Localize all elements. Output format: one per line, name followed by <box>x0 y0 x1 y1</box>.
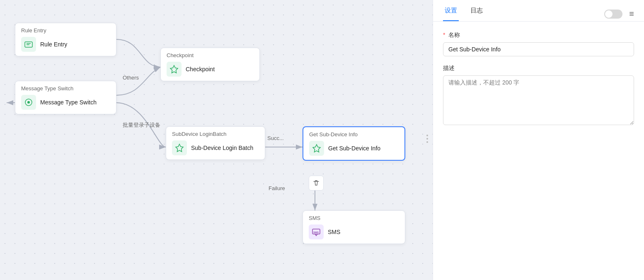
svg-point-10 <box>426 141 428 143</box>
tab-logs[interactable]: 日志 <box>469 7 484 21</box>
svg-point-5 <box>27 101 30 104</box>
panel-toggle[interactable] <box>604 10 622 19</box>
canvas-area[interactable]: Rule Entry Rule Entry Message Type Switc… <box>0 0 433 280</box>
node-checkpoint[interactable]: Checkpoint Checkpoint <box>160 48 260 81</box>
node-get-subdevice-info[interactable]: Get Sub-Device Info Get Sub-Device Info <box>303 126 405 161</box>
name-field-label: * 名称 <box>443 31 634 39</box>
node-rule-entry[interactable]: Rule Entry Rule Entry <box>15 23 116 56</box>
failure-label: Failure <box>269 185 285 191</box>
description-textarea[interactable] <box>443 75 634 125</box>
tab-settings[interactable]: 设置 <box>443 7 459 21</box>
msg-switch-icon <box>21 95 36 110</box>
svg-point-8 <box>426 135 428 136</box>
node-subdevice-title: SubDevice LoginBatch <box>172 131 259 137</box>
node-checkpoint-label: Checkpoint <box>186 66 215 72</box>
drag-handle <box>426 133 430 147</box>
svg-text:SMS: SMS <box>313 231 319 234</box>
name-required-star: * <box>443 31 445 38</box>
name-input[interactable] <box>443 42 634 56</box>
others-label: Others <box>123 75 139 81</box>
node-msg-switch-label: Message Type Switch <box>40 99 97 106</box>
subdevice-info-icon <box>309 141 324 156</box>
panel-body: * 名称 描述 <box>433 22 644 280</box>
description-field-label: 描述 <box>443 65 634 72</box>
batch-label: 批量登录子设备 <box>123 121 160 129</box>
node-sms-label: SMS <box>328 229 340 235</box>
node-get-subdevice-label: Get Sub-Device Info <box>328 145 380 152</box>
node-get-subdevice-title: Get Sub-Device Info <box>309 131 399 138</box>
node-checkpoint-title: Checkpoint <box>167 52 254 58</box>
node-msg-switch-title: Message Type Switch <box>21 85 110 92</box>
right-panel: 设置 日志 ≡ * 名称 描述 <box>433 0 644 280</box>
conn-rule-checkpoint <box>116 39 160 67</box>
node-sms[interactable]: SMS SMS SMS <box>303 210 405 244</box>
svg-point-9 <box>426 138 428 140</box>
succ-label: Succ... <box>267 135 284 141</box>
sms-icon: SMS <box>309 224 324 239</box>
rule-entry-icon <box>21 37 36 52</box>
panel-tabs: 设置 日志 <box>443 7 494 21</box>
panel-header-right: ≡ <box>604 9 634 19</box>
menu-icon[interactable]: ≡ <box>629 9 634 19</box>
node-subdevice-loginbatch[interactable]: SubDevice LoginBatch Sub-Device Login Ba… <box>166 126 265 160</box>
conn-msg-checkpoint <box>116 67 160 95</box>
node-msg-type-switch[interactable]: Message Type Switch Message Type Switch <box>15 81 116 114</box>
delete-button[interactable] <box>309 176 324 191</box>
node-rule-entry-label: Rule Entry <box>40 41 67 48</box>
panel-header: 设置 日志 ≡ <box>433 0 644 22</box>
subdevice-icon <box>172 140 187 155</box>
node-sms-title: SMS <box>309 215 399 221</box>
node-subdevice-label: Sub-Device Login Batch <box>191 145 253 151</box>
checkpoint-icon <box>167 62 182 77</box>
node-rule-entry-title: Rule Entry <box>21 27 110 34</box>
